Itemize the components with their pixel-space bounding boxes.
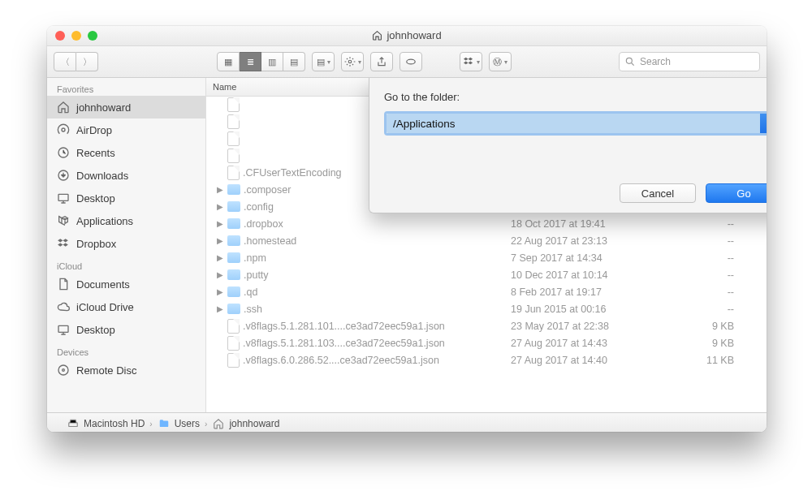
sidebar-item-label: johnhoward <box>76 101 131 114</box>
sidebar-item-label: Desktop <box>76 192 115 205</box>
sidebar-item-remote-disc[interactable]: Remote Disc <box>47 359 205 381</box>
sidebar: FavoritesjohnhowardAirDropRecentsDownloa… <box>47 78 206 412</box>
sidebar-item-dropbox[interactable]: Dropbox <box>47 232 205 255</box>
row-size: -- <box>688 218 767 230</box>
file-icon <box>227 149 240 163</box>
disclosure-icon[interactable]: ▶ <box>216 219 224 228</box>
share-button[interactable] <box>370 52 393 71</box>
table-row[interactable]: ▶.ssh19 Jun 2015 at 00:16-- <box>206 300 767 317</box>
path-segment[interactable]: Users <box>158 418 200 429</box>
recents-icon <box>57 146 70 159</box>
view-columns-button[interactable]: ▥ <box>261 52 283 71</box>
drive-icon <box>67 418 80 429</box>
home-icon <box>372 30 382 41</box>
file-icon <box>227 131 240 146</box>
toolbar: 〈 〉 ▦ ≣ ▥ ▤ ▤▾ ▾ ▾ Ⓜ▾ Search <box>47 46 767 78</box>
dropbox-toolbar-button[interactable]: ▾ <box>460 52 482 71</box>
file-icon <box>227 114 240 129</box>
table-row[interactable]: ▶.qd8 Feb 2017 at 19:17-- <box>206 283 767 300</box>
chevron-right-icon: › <box>205 420 207 429</box>
sidebar-item-documents[interactable]: Documents <box>47 273 205 295</box>
disclosure-icon[interactable]: ▶ <box>216 236 224 245</box>
dialog-prompt: Go to the folder: <box>384 91 767 103</box>
forward-button[interactable]: 〉 <box>76 52 98 71</box>
titlebar: johnhoward <box>47 26 767 46</box>
row-name: .npm <box>244 252 266 264</box>
path-segment[interactable]: johnhoward <box>212 418 279 429</box>
downloads-icon <box>57 169 70 182</box>
row-date: 7 Sep 2017 at 14:34 <box>504 252 688 264</box>
extra-toolbar-button[interactable]: Ⓜ▾ <box>489 52 512 71</box>
row-date: 8 Feb 2017 at 19:17 <box>504 286 688 298</box>
sidebar-item-label: Applications <box>76 215 133 227</box>
sidebar-item-airdrop[interactable]: AirDrop <box>47 118 205 141</box>
sidebar-item-johnhoward[interactable]: johnhoward <box>47 96 205 118</box>
sidebar-item-desktop[interactable]: Desktop <box>47 187 205 209</box>
go-button[interactable]: Go <box>706 183 767 203</box>
tag-button[interactable] <box>400 52 422 71</box>
sidebar-item-label: Dropbox <box>76 238 116 250</box>
path-segment-label: Macintosh HD <box>84 418 145 429</box>
file-list: Name Date Modified Size˄ 5:46266 bytes3:… <box>206 78 767 412</box>
applications-icon <box>57 214 70 227</box>
dropbox-icon <box>57 237 70 250</box>
folder-icon <box>227 304 240 314</box>
back-button[interactable]: 〈 <box>54 52 76 71</box>
folder-path-combo: ▾ <box>384 111 767 136</box>
disc-icon <box>57 364 70 377</box>
disclosure-icon[interactable]: ▶ <box>216 270 224 279</box>
view-icons-button[interactable]: ▦ <box>217 52 240 71</box>
folder-path-input[interactable] <box>387 114 760 133</box>
disclosure-icon[interactable]: ▶ <box>216 287 224 296</box>
row-name: .v8flags.5.1.281.103....ce3ad72eec59a1.j… <box>243 338 445 349</box>
path-segment[interactable]: Macintosh HD <box>67 418 145 429</box>
disclosure-icon[interactable]: ▶ <box>216 253 224 262</box>
go-to-folder-dialog: Go to the folder: ▾ Cancel Go <box>369 78 767 213</box>
path-segment-label: johnhoward <box>229 418 279 429</box>
view-list-button[interactable]: ≣ <box>240 52 261 71</box>
view-gallery-button[interactable]: ▤ <box>283 52 305 71</box>
table-row[interactable]: ▶.putty10 Dec 2017 at 10:14-- <box>206 266 767 283</box>
folder-icon <box>227 218 240 229</box>
row-date: 19 Jun 2015 at 00:16 <box>504 304 688 315</box>
disclosure-icon[interactable]: ▶ <box>216 185 224 194</box>
sidebar-item-applications[interactable]: Applications <box>47 209 205 232</box>
action-button[interactable]: ▾ <box>341 52 364 71</box>
sidebar-item-desktop[interactable]: Desktop <box>47 318 205 341</box>
cancel-button[interactable]: Cancel <box>620 183 696 203</box>
row-name: .CFUserTextEncoding <box>243 167 342 179</box>
window-title-text: johnhoward <box>387 29 441 41</box>
row-size: -- <box>688 235 767 247</box>
combo-chevron-down-icon[interactable]: ▾ <box>760 114 767 133</box>
disclosure-icon[interactable]: ▶ <box>216 304 224 313</box>
sidebar-item-downloads[interactable]: Downloads <box>47 164 205 187</box>
row-name: .dropbox <box>244 218 283 230</box>
table-row[interactable]: ▶.dropbox18 Oct 2017 at 19:41-- <box>206 215 767 232</box>
tag-icon <box>405 56 417 67</box>
documents-icon <box>57 278 70 291</box>
sidebar-item-label: AirDrop <box>76 124 112 136</box>
row-name: .qd <box>244 286 257 298</box>
table-row[interactable]: .v8flags.6.0.286.52....ce3ad72eec59a1.js… <box>206 351 767 368</box>
folder-icon <box>227 252 240 263</box>
row-date: 18 Oct 2017 at 19:41 <box>504 218 688 230</box>
row-name: .putty <box>244 269 269 281</box>
table-row[interactable]: .v8flags.5.1.281.103....ce3ad72eec59a1.j… <box>206 334 767 351</box>
sidebar-item-label: Downloads <box>76 170 128 182</box>
sidebar-group-header: Devices <box>47 341 205 359</box>
search-input[interactable]: Search <box>619 52 760 71</box>
table-row[interactable]: ▶.npm7 Sep 2017 at 14:34-- <box>206 249 767 266</box>
group-by-button[interactable]: ▤▾ <box>312 52 335 71</box>
disclosure-icon[interactable]: ▶ <box>216 202 224 211</box>
sidebar-group-header: iCloud <box>47 255 205 273</box>
table-row[interactable]: ▶.homestead22 Aug 2017 at 23:13-- <box>206 232 767 249</box>
table-row[interactable]: .v8flags.5.1.281.101....ce3ad72eec59a1.j… <box>206 317 767 334</box>
file-icon <box>227 336 240 351</box>
search-icon <box>624 56 636 67</box>
row-size: -- <box>688 304 767 315</box>
sidebar-item-icloud-drive[interactable]: iCloud Drive <box>47 295 205 318</box>
sidebar-item-recents[interactable]: Recents <box>47 141 205 164</box>
search-placeholder: Search <box>640 56 671 67</box>
row-date: 22 Aug 2017 at 23:13 <box>504 235 688 247</box>
row-size: -- <box>688 286 767 298</box>
